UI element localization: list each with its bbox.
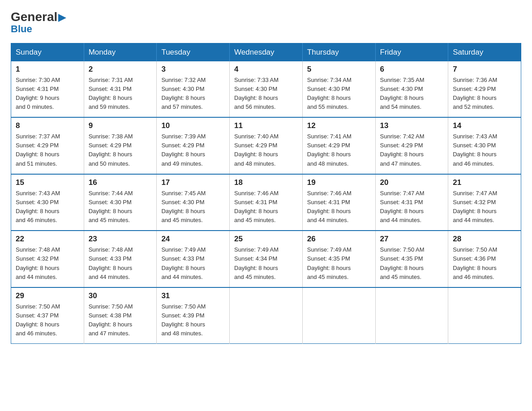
calendar-cell: 17 Sunrise: 7:45 AMSunset: 4:30 PMDaylig… <box>157 174 230 231</box>
svg-marker-0 <box>58 14 66 22</box>
calendar-cell: 12 Sunrise: 7:41 AMSunset: 4:29 PMDaylig… <box>302 117 375 174</box>
calendar-cell: 16 Sunrise: 7:44 AMSunset: 4:30 PMDaylig… <box>84 174 157 231</box>
calendar-cell: 31 Sunrise: 7:50 AMSunset: 4:39 PMDaylig… <box>157 287 230 344</box>
calendar-cell: 21 Sunrise: 7:47 AMSunset: 4:32 PMDaylig… <box>448 174 521 231</box>
day-number: 11 <box>234 121 298 130</box>
calendar-cell <box>302 287 375 344</box>
calendar-cell: 4 Sunrise: 7:33 AMSunset: 4:30 PMDayligh… <box>230 61 303 118</box>
calendar-cell: 27 Sunrise: 7:50 AMSunset: 4:35 PMDaylig… <box>375 231 448 287</box>
day-number: 27 <box>380 235 444 244</box>
day-number: 4 <box>234 65 298 74</box>
calendar-cell: 7 Sunrise: 7:36 AMSunset: 4:29 PMDayligh… <box>448 61 521 118</box>
day-number: 31 <box>161 291 225 300</box>
day-info: Sunrise: 7:50 AMSunset: 4:38 PMDaylight:… <box>89 303 133 337</box>
calendar-cell: 1 Sunrise: 7:30 AMSunset: 4:31 PMDayligh… <box>11 61 84 118</box>
col-header-saturday: Saturday <box>448 43 521 61</box>
logo-blue: Blue <box>11 23 32 35</box>
day-number: 19 <box>307 178 371 187</box>
calendar-week-row: 22 Sunrise: 7:48 AMSunset: 4:32 PMDaylig… <box>11 231 521 287</box>
calendar-cell: 3 Sunrise: 7:32 AMSunset: 4:30 PMDayligh… <box>157 61 230 118</box>
col-header-monday: Monday <box>84 43 157 61</box>
logo-general: General <box>11 11 66 24</box>
day-number: 13 <box>380 121 444 130</box>
calendar-cell: 15 Sunrise: 7:43 AMSunset: 4:30 PMDaylig… <box>11 174 84 231</box>
day-info: Sunrise: 7:49 AMSunset: 4:35 PMDaylight:… <box>307 246 352 280</box>
calendar-cell: 23 Sunrise: 7:48 AMSunset: 4:33 PMDaylig… <box>84 231 157 287</box>
day-info: Sunrise: 7:40 AMSunset: 4:29 PMDaylight:… <box>234 133 279 167</box>
calendar-header-row: SundayMondayTuesdayWednesdayThursdayFrid… <box>11 43 521 61</box>
day-info: Sunrise: 7:50 AMSunset: 4:37 PMDaylight:… <box>16 303 60 337</box>
calendar-cell: 6 Sunrise: 7:35 AMSunset: 4:30 PMDayligh… <box>375 61 448 118</box>
calendar-week-row: 1 Sunrise: 7:30 AMSunset: 4:31 PMDayligh… <box>11 61 521 118</box>
day-number: 8 <box>16 121 79 130</box>
day-info: Sunrise: 7:33 AMSunset: 4:30 PMDaylight:… <box>234 77 279 110</box>
day-info: Sunrise: 7:35 AMSunset: 4:30 PMDaylight:… <box>380 77 425 110</box>
calendar-cell <box>375 287 448 344</box>
day-info: Sunrise: 7:38 AMSunset: 4:29 PMDaylight:… <box>89 133 133 167</box>
logo: General Blue <box>11 11 66 35</box>
day-info: Sunrise: 7:31 AMSunset: 4:31 PMDaylight:… <box>89 77 133 110</box>
day-number: 5 <box>307 65 371 74</box>
day-info: Sunrise: 7:34 AMSunset: 4:30 PMDaylight:… <box>307 77 352 110</box>
calendar-cell: 9 Sunrise: 7:38 AMSunset: 4:29 PMDayligh… <box>84 117 157 174</box>
day-info: Sunrise: 7:43 AMSunset: 4:30 PMDaylight:… <box>453 133 497 167</box>
day-info: Sunrise: 7:50 AMSunset: 4:35 PMDaylight:… <box>380 246 425 280</box>
page-header: General Blue <box>11 11 521 35</box>
day-number: 29 <box>16 291 79 300</box>
calendar-cell <box>230 287 303 344</box>
day-info: Sunrise: 7:47 AMSunset: 4:32 PMDaylight:… <box>453 190 497 223</box>
day-number: 6 <box>380 65 444 74</box>
calendar-cell: 19 Sunrise: 7:46 AMSunset: 4:31 PMDaylig… <box>302 174 375 231</box>
calendar-cell: 28 Sunrise: 7:50 AMSunset: 4:36 PMDaylig… <box>448 231 521 287</box>
day-info: Sunrise: 7:46 AMSunset: 4:31 PMDaylight:… <box>234 190 279 223</box>
day-info: Sunrise: 7:48 AMSunset: 4:33 PMDaylight:… <box>89 246 133 280</box>
day-number: 22 <box>16 235 79 244</box>
calendar-week-row: 8 Sunrise: 7:37 AMSunset: 4:29 PMDayligh… <box>11 117 521 174</box>
calendar-cell: 18 Sunrise: 7:46 AMSunset: 4:31 PMDaylig… <box>230 174 303 231</box>
day-number: 1 <box>16 65 79 74</box>
day-info: Sunrise: 7:36 AMSunset: 4:29 PMDaylight:… <box>453 77 497 110</box>
calendar-table: SundayMondayTuesdayWednesdayThursdayFrid… <box>11 43 521 344</box>
day-info: Sunrise: 7:32 AMSunset: 4:30 PMDaylight:… <box>161 77 206 110</box>
day-number: 30 <box>89 291 152 300</box>
col-header-thursday: Thursday <box>302 43 375 61</box>
day-number: 12 <box>307 121 371 130</box>
day-number: 10 <box>161 121 225 130</box>
calendar-cell: 5 Sunrise: 7:34 AMSunset: 4:30 PMDayligh… <box>302 61 375 118</box>
day-number: 28 <box>453 235 516 244</box>
calendar-cell: 24 Sunrise: 7:49 AMSunset: 4:33 PMDaylig… <box>157 231 230 287</box>
col-header-wednesday: Wednesday <box>230 43 303 61</box>
day-info: Sunrise: 7:50 AMSunset: 4:36 PMDaylight:… <box>453 246 497 280</box>
calendar-cell <box>448 287 521 344</box>
day-info: Sunrise: 7:41 AMSunset: 4:29 PMDaylight:… <box>307 133 352 167</box>
day-info: Sunrise: 7:37 AMSunset: 4:29 PMDaylight:… <box>16 133 60 167</box>
day-number: 14 <box>453 121 516 130</box>
day-info: Sunrise: 7:30 AMSunset: 4:31 PMDaylight:… <box>16 77 60 110</box>
calendar-cell: 22 Sunrise: 7:48 AMSunset: 4:32 PMDaylig… <box>11 231 84 287</box>
day-info: Sunrise: 7:50 AMSunset: 4:39 PMDaylight:… <box>161 303 206 337</box>
day-info: Sunrise: 7:45 AMSunset: 4:30 PMDaylight:… <box>161 190 206 223</box>
day-info: Sunrise: 7:43 AMSunset: 4:30 PMDaylight:… <box>16 190 60 223</box>
day-number: 23 <box>89 235 152 244</box>
day-number: 20 <box>380 178 444 187</box>
day-number: 16 <box>89 178 152 187</box>
day-number: 3 <box>161 65 225 74</box>
calendar-cell: 30 Sunrise: 7:50 AMSunset: 4:38 PMDaylig… <box>84 287 157 344</box>
day-number: 25 <box>234 235 298 244</box>
calendar-cell: 10 Sunrise: 7:39 AMSunset: 4:29 PMDaylig… <box>157 117 230 174</box>
day-info: Sunrise: 7:46 AMSunset: 4:31 PMDaylight:… <box>307 190 352 223</box>
calendar-cell: 8 Sunrise: 7:37 AMSunset: 4:29 PMDayligh… <box>11 117 84 174</box>
calendar-week-row: 15 Sunrise: 7:43 AMSunset: 4:30 PMDaylig… <box>11 174 521 231</box>
calendar-cell: 11 Sunrise: 7:40 AMSunset: 4:29 PMDaylig… <box>230 117 303 174</box>
day-number: 26 <box>307 235 371 244</box>
day-info: Sunrise: 7:49 AMSunset: 4:34 PMDaylight:… <box>234 246 279 280</box>
calendar-week-row: 29 Sunrise: 7:50 AMSunset: 4:37 PMDaylig… <box>11 287 521 344</box>
day-info: Sunrise: 7:42 AMSunset: 4:29 PMDaylight:… <box>380 133 425 167</box>
calendar-cell: 2 Sunrise: 7:31 AMSunset: 4:31 PMDayligh… <box>84 61 157 118</box>
day-number: 7 <box>453 65 516 74</box>
day-info: Sunrise: 7:49 AMSunset: 4:33 PMDaylight:… <box>161 246 206 280</box>
calendar-cell: 25 Sunrise: 7:49 AMSunset: 4:34 PMDaylig… <box>230 231 303 287</box>
day-info: Sunrise: 7:47 AMSunset: 4:31 PMDaylight:… <box>380 190 425 223</box>
calendar-cell: 20 Sunrise: 7:47 AMSunset: 4:31 PMDaylig… <box>375 174 448 231</box>
day-number: 15 <box>16 178 79 187</box>
